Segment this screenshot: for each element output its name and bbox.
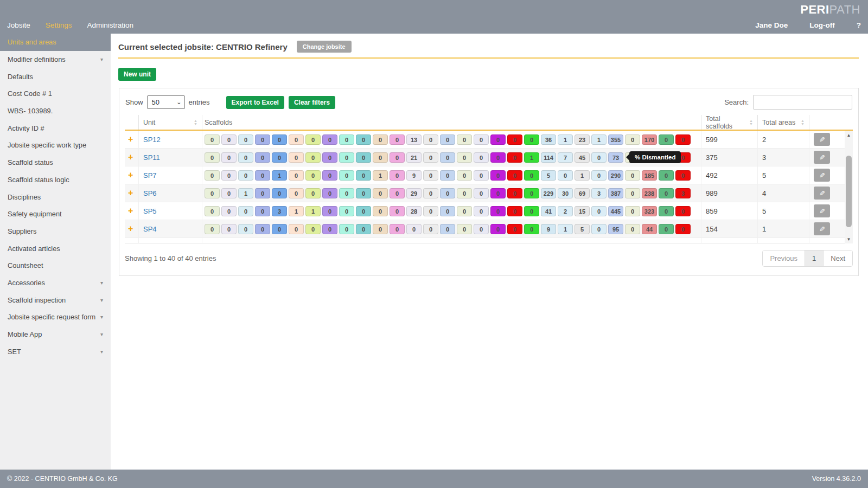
scroll-down-arrow-icon[interactable]: ▼ [845,235,853,243]
status-count-badge: 0 [390,224,405,234]
change-jobsite-button[interactable]: Change jobsite [297,41,352,53]
sidebar-item-units-and-areas[interactable]: Units and areas [0,34,111,51]
expand-plus-icon[interactable]: + [128,152,133,162]
sidebar-item-mobile-app[interactable]: Mobile App▾ [0,326,111,343]
status-count-badge: 0 [322,134,337,145]
status-count-badge: 0 [675,170,691,181]
status-count-badge: 0 [524,188,539,198]
nav-item-administration[interactable]: Administration [87,21,134,29]
status-count-badge: 13 [406,134,422,145]
scrollbar-thumb[interactable] [846,156,852,227]
scaffolds-cell: 000031100000280000000412150445032300 [202,202,701,220]
edit-unit-button[interactable]: ✎ [814,133,830,146]
expand-plus-icon[interactable]: + [128,170,133,180]
export-to-excel-button[interactable]: Export to Excel [226,96,284,109]
total-scaffolds-value: 989 [706,189,718,197]
status-count-badge: 0 [423,224,438,234]
header-total-areas[interactable]: Total areas ▲▼ [757,115,809,130]
total-scaffolds-cell: 859 [701,202,757,220]
unit-link[interactable]: SP7 [143,171,157,179]
nav-item-settings[interactable]: Settings [46,21,72,29]
clear-filters-button[interactable]: Clear filters [289,96,335,109]
sidebar-item-modifier-definitions[interactable]: Modifier definitions▾ [0,51,111,68]
status-count-badge: 0 [373,206,388,216]
status-count-badge: 15 [575,206,590,216]
sidebar-item-jobsite-specific-request-form[interactable]: Jobsite specific request form▾ [0,309,111,326]
status-count-badge: 0 [305,134,321,145]
status-count-badge: 0 [675,206,691,216]
unit-link[interactable]: SP5 [143,207,157,215]
help-icon[interactable]: ? [857,21,861,29]
expand-plus-icon[interactable]: + [128,206,133,216]
expand-cell: + [125,202,138,220]
edit-unit-button[interactable]: ✎ [814,222,830,235]
unit-link[interactable]: SP12 [143,136,161,144]
logoff-button[interactable]: Log-off [809,21,834,29]
status-count-badge: 0 [423,206,438,216]
settings-sidebar: Units and areasModifier definitions▾Defa… [0,34,111,470]
edit-unit-button[interactable]: ✎ [814,169,830,182]
search-input[interactable] [753,95,852,110]
header-unit[interactable]: Unit ▲▼ [138,115,202,130]
sidebar-item-defaults[interactable]: Defaults [0,68,111,85]
scroll-up-arrow-icon[interactable]: ▲ [845,131,853,139]
sidebar-item-scaffold-status[interactable]: Scaffold status [0,154,111,171]
sort-icon[interactable]: ▲▼ [796,119,805,126]
table-controls: Show 50 ⌄ entries Export to Excel Clear … [125,95,852,110]
sidebar-item-cost-code-1[interactable]: Cost Code # 1 [0,85,111,102]
status-count-badge: 290 [608,170,623,181]
sidebar-item-suppliers[interactable]: Suppliers [0,223,111,240]
sort-icon[interactable]: ▲▼ [189,119,197,126]
caret-down-icon: ▾ [100,280,103,286]
status-count-badge: 0 [289,188,304,198]
edit-unit-button[interactable]: ✎ [814,187,830,200]
status-count-badge: 0 [221,134,237,145]
edit-unit-button[interactable]: ✎ [814,151,830,164]
unit-link[interactable]: SP11 [143,153,160,162]
status-count-badge: 5 [541,170,556,181]
status-count-badge: 0 [524,170,539,181]
next-page-button[interactable]: Next [824,251,852,266]
sidebar-item-safety-equipment[interactable]: Safety equipment [0,206,111,223]
sidebar-item-accessories[interactable]: Accessories▾ [0,274,111,292]
total-areas-value: 1 [762,225,766,233]
new-unit-row: New unit [118,68,859,81]
status-count-badge: 0 [440,188,455,198]
status-count-badge: 0 [440,224,455,234]
status-count-badge: 0 [507,134,522,145]
previous-page-button[interactable]: Previous [763,251,805,266]
sidebar-item-scaffold-status-logic[interactable]: Scaffold status logic [0,171,111,189]
expand-plus-icon[interactable]: + [128,134,133,144]
total-scaffolds-value: 859 [706,207,718,215]
page-number-button[interactable]: 1 [805,251,824,266]
sidebar-item-disciplines[interactable]: Disciplines [0,188,111,206]
unit-link[interactable]: SP4 [143,225,157,233]
table-scrollbar[interactable]: ▲ ▼ [845,131,853,243]
status-count-badge: 0 [205,134,220,145]
sidebar-item-jobsite-specific-work-type[interactable]: Jobsite specific work type [0,137,111,154]
status-count-badge: 0 [457,170,472,181]
page-size-select[interactable]: 50 ⌄ [147,95,185,109]
sidebar-item-countsheet[interactable]: Countsheet [0,257,111,274]
sidebar-item-set[interactable]: SET▾ [0,343,111,360]
status-count-badge: 0 [255,188,270,198]
nav-item-jobsite[interactable]: Jobsite [7,21,30,29]
sort-icon[interactable]: ▲▼ [745,119,753,126]
unit-link[interactable]: SP6 [143,189,157,197]
sidebar-item-scaffold-inspection[interactable]: Scaffold inspection▾ [0,291,111,309]
sidebar-item-wbs-103989[interactable]: WBS- 103989. [0,102,111,120]
expand-plus-icon[interactable]: + [128,224,133,234]
header-total-scaffolds[interactable]: Total scaffolds ▲▼ [701,115,757,130]
status-count-badge: 0 [524,134,539,145]
sidebar-item-activity-id[interactable]: Activity ID # [0,119,111,137]
edit-unit-button[interactable]: ✎ [814,204,830,217]
status-count-badge: 387 [608,188,623,198]
expand-plus-icon[interactable]: + [128,188,133,198]
user-name[interactable]: Jane Doe [755,21,788,29]
status-count-badge: 0 [221,206,237,216]
status-count-badge: 0 [339,206,354,216]
sidebar-item-activated-articles[interactable]: Activated articles [0,240,111,257]
new-unit-button[interactable]: New unit [118,68,156,81]
status-count-badge: 0 [625,170,640,181]
status-count-badge: 0 [659,224,674,234]
